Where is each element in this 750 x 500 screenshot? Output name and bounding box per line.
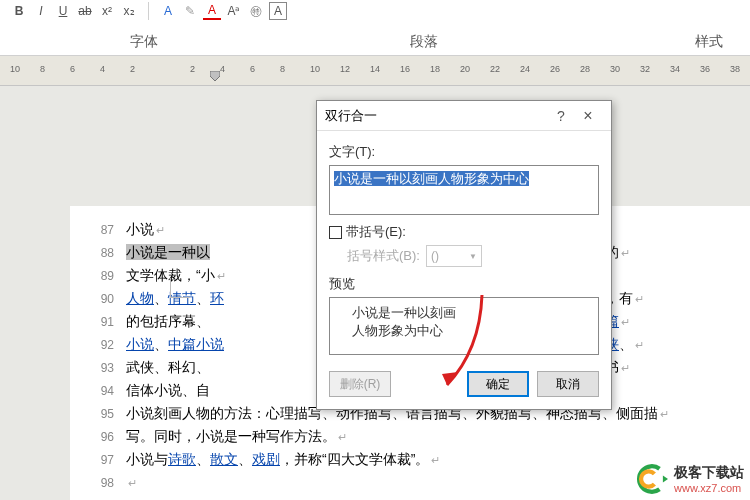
ruler-number: 8	[40, 64, 45, 74]
enclose-icon[interactable]: ㊕	[247, 2, 265, 20]
superscript-icon[interactable]: x²	[98, 2, 116, 20]
ruler-number: 2	[190, 64, 195, 74]
margin-corner-icon	[170, 278, 190, 298]
highlight-icon[interactable]: ✎	[181, 2, 199, 20]
italic-icon[interactable]: I	[32, 2, 50, 20]
char-border-icon[interactable]: A	[269, 2, 287, 20]
dialog-title: 双行合一	[325, 107, 377, 125]
ruler-number: 24	[520, 64, 530, 74]
ok-button[interactable]: 确定	[467, 371, 529, 397]
line-number: 88	[90, 242, 114, 264]
line-number: 87	[90, 219, 114, 241]
ruler-number: 36	[700, 64, 710, 74]
line-number: 92	[90, 334, 114, 356]
ruler-number: 14	[370, 64, 380, 74]
line-number: 96	[90, 426, 114, 448]
indent-marker-icon[interactable]	[210, 71, 220, 83]
text-input[interactable]: 小说是一种以刻画人物形象为中心	[329, 165, 599, 215]
line-number: 90	[90, 288, 114, 310]
ruler-number: 2	[130, 64, 135, 74]
preview-box: 小说是一种以刻画 人物形象为中心	[329, 297, 599, 355]
bracket-style-label: 括号样式(B):	[347, 247, 420, 265]
ruler-number: 10	[10, 64, 20, 74]
selected-text: 小说是一种以刻画人物形象为中心	[334, 171, 529, 186]
ruler-number: 4	[220, 64, 225, 74]
horizontal-ruler[interactable]: 1086422468101214161820222426283032343638	[0, 56, 750, 86]
ribbon-group-font: 字体	[130, 33, 158, 51]
line-number: 97	[90, 449, 114, 471]
ruler-number: 34	[670, 64, 680, 74]
strike-icon[interactable]: ab	[76, 2, 94, 20]
watermark: 极客下载站 www.xz7.com	[634, 462, 744, 496]
line-number: 91	[90, 311, 114, 333]
watermark-logo-icon	[634, 462, 668, 496]
ribbon-group-paragraph: 段落	[410, 33, 438, 51]
underline-icon[interactable]: U	[54, 2, 72, 20]
toolbar-format-icons: B I U ab x² x₂ A ✎ A Aᵃ ㊕ A	[10, 2, 287, 20]
ruler-number: 38	[730, 64, 740, 74]
ruler-number: 32	[640, 64, 650, 74]
font-effect-icon[interactable]: A	[159, 2, 177, 20]
ruler-number: 30	[610, 64, 620, 74]
divider	[148, 2, 149, 20]
ribbon-group-style: 样式	[695, 33, 723, 51]
ruler-number: 12	[340, 64, 350, 74]
svg-marker-0	[210, 71, 220, 81]
subscript-icon[interactable]: x₂	[120, 2, 138, 20]
svg-marker-2	[663, 476, 668, 483]
line-content: ↵	[126, 471, 137, 494]
bracket-style-dropdown: () ▼	[426, 245, 482, 267]
line-number: 94	[90, 380, 114, 402]
ruler-number: 18	[430, 64, 440, 74]
line-number: 93	[90, 357, 114, 379]
bracket-checkbox[interactable]	[329, 226, 342, 239]
ribbon-toolbar: B I U ab x² x₂ A ✎ A Aᵃ ㊕ A 字体 段落 样式	[0, 0, 750, 56]
watermark-name: 极客下载站	[674, 464, 744, 482]
text-line[interactable]: 96写。同时，小说是一种写作方法。↵	[90, 425, 730, 448]
text-field-label: 文字(T):	[329, 143, 599, 161]
ruler-number: 8	[280, 64, 285, 74]
bracket-checkbox-label: 带括号(E):	[346, 223, 406, 241]
ruler-number: 10	[310, 64, 320, 74]
cancel-button[interactable]: 取消	[537, 371, 599, 397]
char-shading-icon[interactable]: Aᵃ	[225, 2, 243, 20]
chevron-down-icon: ▼	[469, 252, 477, 261]
font-color-icon[interactable]: A	[203, 2, 221, 20]
close-button[interactable]: ×	[573, 107, 603, 125]
line-content: 小说↵	[126, 218, 165, 241]
line-number: 89	[90, 265, 114, 287]
watermark-url: www.xz7.com	[674, 482, 744, 494]
line-content: 小说与诗歌、散文、戏剧，并称“四大文学体裁”。↵	[126, 448, 440, 471]
line-content: 写。同时，小说是一种写作方法。↵	[126, 425, 347, 448]
ruler-number: 28	[580, 64, 590, 74]
preview-line-1: 小说是一种以刻画	[352, 304, 576, 322]
remove-button: 删除(R)	[329, 371, 391, 397]
ruler-number: 22	[490, 64, 500, 74]
ruler-number: 16	[400, 64, 410, 74]
help-button[interactable]: ?	[549, 108, 573, 124]
preview-line-2: 人物形象为中心	[352, 322, 576, 340]
ruler-number: 6	[70, 64, 75, 74]
ruler-number: 20	[460, 64, 470, 74]
bold-icon[interactable]: B	[10, 2, 28, 20]
line-number: 95	[90, 403, 114, 425]
ruler-number: 26	[550, 64, 560, 74]
ruler-number: 6	[250, 64, 255, 74]
two-lines-in-one-dialog: 双行合一 ? × 文字(T): 小说是一种以刻画人物形象为中心 带括号(E): …	[316, 100, 612, 410]
ruler-number: 4	[100, 64, 105, 74]
line-number: 98	[90, 472, 114, 494]
dialog-titlebar[interactable]: 双行合一 ? ×	[317, 101, 611, 131]
preview-label: 预览	[329, 275, 599, 293]
